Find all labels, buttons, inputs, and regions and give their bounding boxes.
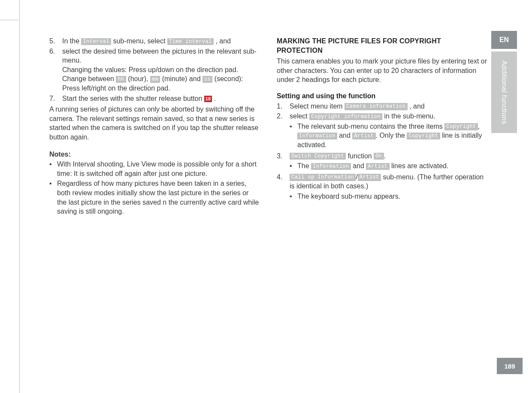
text: . [384,152,386,160]
text: Select menu item [290,103,345,110]
text: . [214,95,216,102]
crop-mark-horizontal [0,20,19,20]
sub-bullet: The Information and Artist lines are act… [290,161,487,171]
notes-heading: Notes: [49,150,260,159]
menu-artist: Artist [366,163,389,170]
language-tab: EN [491,31,517,49]
text: The [297,162,311,169]
menu-call-up-information: Call up Information [290,174,356,181]
step-number: 4. [277,172,290,202]
step-number: 6. [49,47,62,93]
menu-artist: Artist [358,174,381,181]
intro-paragraph: This camera enables you to mark your pic… [277,57,487,85]
menu-mm: mm [150,76,160,83]
text: in the sub-menu. [384,112,435,120]
step-6: 6. select the desired time between the p… [49,47,260,93]
menu-camera-information: Camera information [345,103,408,110]
sub-bullets: The relevant sub-menu contains the three… [290,122,487,150]
step-3: 3. Switch Copyright function On. The Inf… [277,151,487,172]
left-column: 5. In the Interval sub-menu, select Time… [49,36,260,367]
text: , and [215,37,231,45]
menu-hh: hh [116,76,126,83]
side-tabs: EN Additional functions [486,31,523,133]
note-item: Regardless of how many pictures have bee… [49,179,260,216]
sub-bullets: The Information and Artist lines are act… [290,161,487,171]
subheading: Setting and using the function [277,91,487,101]
note-item: With Interval shooting, Live View mode i… [49,160,260,178]
menu-artist: Artist [352,133,375,139]
sub-bullet: The relevant sub-menu contains the three… [290,122,487,150]
step-5: 5. In the Interval sub-menu, select Time… [49,36,260,46]
text: (hour), [128,75,150,82]
menu-switch-copyright: Switch Copyright [290,153,346,160]
step-number: 5. [49,36,62,46]
menu-time-interval: Time interval [167,38,214,45]
text: Regardless of how many pictures have bee… [57,179,260,216]
menu-information: Information [311,163,351,170]
text: . Only the [376,132,407,139]
step-4: 4. Call up Information/Artist sub-menu. … [277,172,487,202]
menu-copyright-information: Copyright information [309,113,382,120]
text: select [290,112,309,120]
right-steps: 1. Select menu item Camera information ,… [277,102,487,202]
step-7: 7. Start the series with the shutter rel… [49,94,260,103]
left-steps: 5. In the Interval sub-menu, select Time… [49,36,260,103]
step-1: 1. Select menu item Camera information ,… [277,102,487,111]
text: , [478,123,480,130]
text: and [337,132,353,139]
step-number: 7. [49,94,62,103]
text: sub-menu, select [113,37,167,45]
text: With Interval shooting, Live View mode i… [57,160,260,178]
menu-copyright: Copyright [444,123,478,130]
text: , and [409,103,425,110]
ref-18: 18 [204,96,212,102]
crop-mark-vertical [19,0,20,393]
step-2: 2. select Copyright information in the s… [277,112,487,150]
menu-copyright: Copyright [407,133,440,139]
menu-ss: ss [203,76,212,83]
notes-list: With Interval shooting, Live View mode i… [49,160,260,216]
section-heading: MARKING THE PICTURE FILES FOR COPYRIGHT … [277,36,487,55]
text: Start the series with the shutter releas… [62,95,204,102]
text: function [348,152,374,160]
page-number-tab: 189 [497,358,523,374]
section-tab: Additional functions [491,51,517,133]
menu-information: Information [297,133,337,139]
text: select the desired time between the pict… [62,48,257,64]
text: The keyboard sub-menu appears. [297,192,487,201]
text: In the [62,37,81,45]
step-number: 2. [277,112,290,150]
running-paragraph: A running series of pictures can only be… [49,105,260,142]
menu-on: On [374,153,384,160]
step-number: 3. [277,151,290,172]
text: (minute) and [162,75,203,82]
sub-bullets: The keyboard sub-menu appears. [290,192,487,201]
text: The relevant sub-menu contains the three… [297,123,444,130]
text: and [351,162,366,169]
step-number: 1. [277,102,290,111]
text: lines are activated. [390,162,449,169]
manual-page: 5. In the Interval sub-menu, select Time… [0,0,532,393]
menu-interval: Interval [81,38,111,45]
right-column: MARKING THE PICTURE FILES FOR COPYRIGHT … [277,36,487,367]
sub-bullet: The keyboard sub-menu appears. [290,192,487,201]
